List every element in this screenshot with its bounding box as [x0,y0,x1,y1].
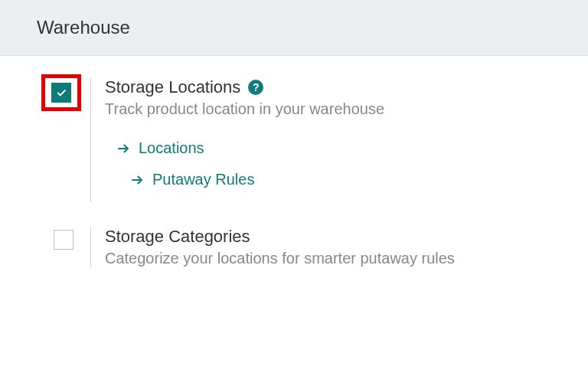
checkbox-container [37,77,90,111]
sublinks: Locations Putaway Rules [105,139,551,188]
setting-title: Storage Categories [105,227,250,247]
setting-storage-categories: Storage Categories Categorize your locat… [37,227,551,267]
check-icon [55,87,67,99]
link-label: Putaway Rules [152,171,254,188]
arrow-right-icon [129,172,145,188]
setting-title-row: Storage Locations ? [105,77,551,97]
settings-content: Storage Locations ? Track product locati… [0,56,588,303]
setting-detail: Storage Locations ? Track product locati… [90,77,551,202]
setting-title: Storage Locations [105,77,240,97]
setting-title-row: Storage Categories [105,227,551,247]
storage-categories-checkbox[interactable] [54,230,74,250]
section-title: Warehouse [37,17,551,38]
arrow-right-icon [116,141,131,156]
section-header: Warehouse [0,0,588,56]
link-label: Locations [139,139,204,157]
checkbox-container [37,227,90,250]
highlight-annotation [41,74,81,111]
setting-detail: Storage Categories Categorize your locat… [90,227,551,267]
help-icon[interactable]: ? [248,80,263,95]
locations-link[interactable]: Locations [116,139,551,157]
storage-locations-checkbox[interactable] [51,83,71,103]
putaway-rules-link[interactable]: Putaway Rules [116,171,551,188]
setting-description: Track product location in your warehouse [105,100,551,118]
setting-storage-locations: Storage Locations ? Track product locati… [37,77,551,202]
setting-description: Categorize your locations for smarter pu… [105,250,551,267]
